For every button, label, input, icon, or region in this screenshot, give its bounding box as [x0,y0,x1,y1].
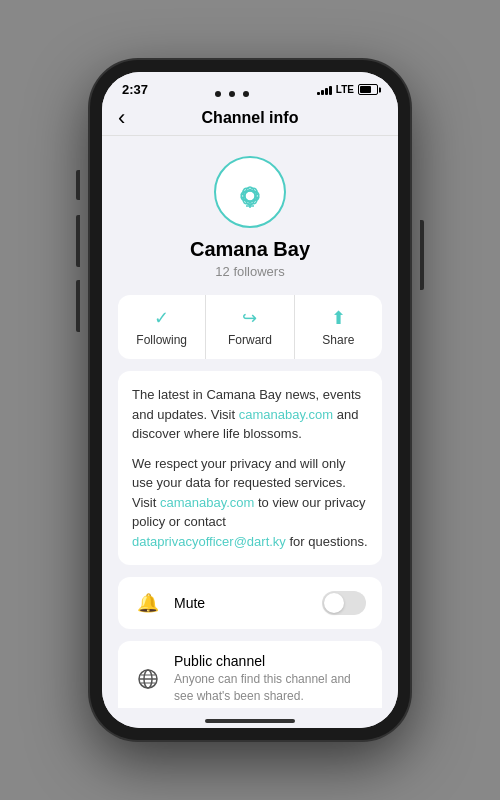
mute-card: 🔔 Mute [118,577,382,629]
share-label: Share [322,333,354,347]
status-bar: 2:37 LTE [102,72,398,101]
forward-button[interactable]: ↪ Forward [206,295,294,359]
volume-up-button [76,215,80,267]
nav-title: Channel info [202,109,299,127]
public-channel-row: Public channel Anyone can find this chan… [118,641,382,708]
mute-label: Mute [174,595,322,611]
description-para1: The latest in Camana Bay news, events an… [132,385,368,444]
notch [215,91,249,97]
profile-section: Camana Bay 12 followers [102,136,398,295]
public-channel-text: Public channel Anyone can find this chan… [174,653,366,705]
public-channel-title: Public channel [174,653,366,669]
dot2 [229,91,235,97]
content-scroll[interactable]: Camana Bay 12 followers ✓ Following ↪ Fo… [102,136,398,708]
toggle-knob [324,593,344,613]
channel-name: Camana Bay [190,238,310,261]
public-channel-subtitle: Anyone can find this channel and see wha… [174,671,366,705]
status-icons: LTE [317,84,378,95]
info-card: Public channel Anyone can find this chan… [118,641,382,708]
channel-logo-icon [228,170,272,214]
follower-count: 12 followers [215,264,284,279]
volume-silent-button [76,170,80,200]
home-indicator [102,708,398,728]
back-button[interactable]: ‹ [118,105,125,131]
mute-text: Mute [174,595,322,611]
website-link-2[interactable]: camanabay.com [160,495,254,510]
description-card: The latest in Camana Bay news, events an… [118,371,382,565]
globe-icon [134,665,162,693]
email-link[interactable]: dataprivacyofficer@dart.ky [132,534,286,549]
website-link-1[interactable]: camanabay.com [239,407,333,422]
description-para2: We respect your privacy and will only us… [132,454,368,552]
nav-bar: ‹ Channel info [102,101,398,136]
home-bar [205,719,295,723]
power-button [420,220,424,290]
action-row: ✓ Following ↪ Forward ⬆ Share [118,295,382,359]
signal-icon [317,85,332,95]
volume-down-button [76,280,80,332]
share-icon: ⬆ [331,307,346,329]
bell-icon: 🔔 [134,589,162,617]
following-label: Following [136,333,187,347]
forward-label: Forward [228,333,272,347]
avatar [214,156,286,228]
dot3 [243,91,249,97]
dot1 [215,91,221,97]
mute-row: 🔔 Mute [118,577,382,629]
following-icon: ✓ [154,307,169,329]
following-button[interactable]: ✓ Following [118,295,206,359]
battery-icon [358,84,378,95]
status-time: 2:37 [122,82,148,97]
share-button[interactable]: ⬆ Share [295,295,382,359]
lte-label: LTE [336,84,354,95]
mute-toggle[interactable] [322,591,366,615]
forward-icon: ↪ [242,307,257,329]
